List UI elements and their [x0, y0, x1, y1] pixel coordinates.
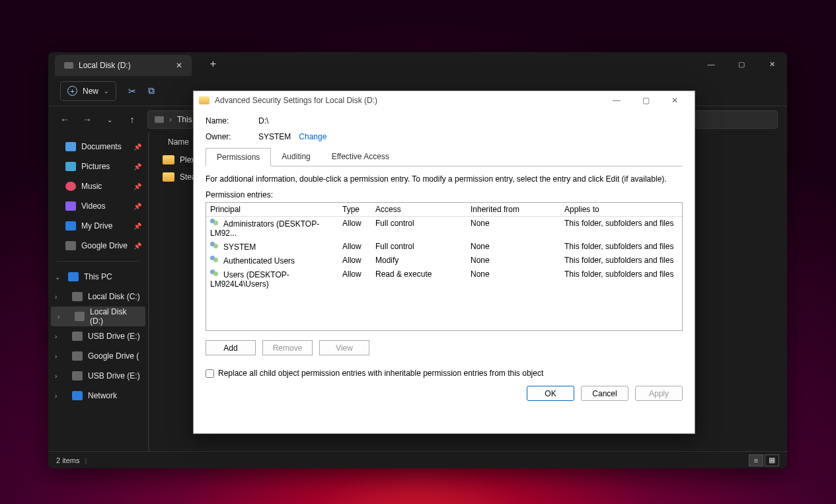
chevron-right-icon: ›: [55, 392, 57, 400]
sidebar-drive-c[interactable]: ›Local Disk (C:): [48, 287, 148, 306]
drive-icon: [75, 312, 85, 321]
col-applies[interactable]: Applies to: [560, 203, 682, 216]
advanced-security-dialog: Advanced Security Settings for Local Dis…: [193, 90, 695, 434]
col-inherited[interactable]: Inherited from: [467, 203, 560, 216]
minimize-icon[interactable]: —: [696, 52, 726, 76]
up-icon[interactable]: ↑: [125, 114, 139, 125]
pictures-icon: [65, 162, 76, 171]
tabs: Permissions Auditing Effective Access: [206, 148, 683, 166]
drive-icon: [155, 116, 164, 123]
close-icon[interactable]: ✕: [757, 52, 787, 76]
forward-icon[interactable]: →: [80, 114, 95, 125]
cut-icon[interactable]: ✂: [128, 86, 136, 96]
owner-value: SYSTEM: [258, 132, 291, 141]
google-drive-icon: [72, 351, 83, 361]
tab-effective-access[interactable]: Effective Access: [321, 148, 400, 166]
permission-row[interactable]: Users (DESKTOP-LM924L4\Users)AllowRead &…: [206, 268, 682, 291]
tab-title: Local Disk (D:): [79, 61, 131, 70]
pin-icon: 📌: [133, 143, 141, 151]
chevron-down-icon: ⌄: [55, 273, 60, 281]
sidebar-item-my-drive[interactable]: My Drive📌: [48, 216, 148, 236]
col-principal[interactable]: Principal: [206, 203, 338, 216]
sidebar-drive-e[interactable]: ›USB Drive (E:): [48, 326, 148, 346]
col-access[interactable]: Access: [371, 203, 467, 216]
tab-permissions[interactable]: Permissions: [206, 148, 271, 166]
folder-icon: [163, 172, 174, 182]
back-icon[interactable]: ←: [57, 114, 72, 125]
maximize-icon[interactable]: ▢: [631, 91, 660, 110]
history-chevron-icon[interactable]: ⌄: [102, 116, 117, 124]
pin-icon: 📌: [133, 183, 141, 190]
sidebar-drive-e2[interactable]: ›USB Drive (E:): [48, 366, 148, 386]
group-icon: [210, 256, 221, 264]
permission-row[interactable]: SYSTEMAllowFull controlNoneThis folder, …: [206, 240, 682, 254]
group-icon: [210, 242, 221, 250]
pin-icon: 📌: [133, 223, 141, 230]
plus-icon: +: [67, 86, 77, 96]
view-button[interactable]: View: [319, 340, 369, 355]
permission-grid: Principal Type Access Inherited from App…: [206, 202, 683, 331]
large-icons-view-icon[interactable]: ▦: [765, 454, 779, 466]
dialog-title: Advanced Security Settings for Local Dis…: [215, 96, 377, 105]
name-value: D:\: [258, 116, 268, 126]
sidebar-network[interactable]: ›Network: [48, 386, 148, 406]
add-button[interactable]: Add: [206, 340, 256, 355]
sidebar-item-google-drive[interactable]: Google Drive📌: [48, 236, 148, 256]
sidebar-item-pictures[interactable]: Pictures📌: [48, 157, 148, 176]
change-owner-link[interactable]: Change: [299, 132, 326, 141]
usb-icon: [72, 332, 83, 341]
chevron-right-icon: ›: [55, 373, 57, 380]
chevron-right-icon: ›: [57, 313, 59, 320]
chevron-right-icon: ›: [55, 293, 57, 301]
drive-icon: [72, 292, 83, 301]
new-label: New: [83, 87, 98, 96]
sidebar-item-music[interactable]: Music📌: [48, 176, 148, 196]
maximize-icon[interactable]: ▢: [726, 52, 757, 76]
item-count: 2 items: [56, 456, 79, 464]
replace-checkbox[interactable]: [206, 369, 214, 378]
music-icon: [65, 182, 76, 191]
group-icon: [210, 219, 221, 227]
replace-label: Replace all child object permission entr…: [218, 369, 543, 378]
col-type[interactable]: Type: [338, 203, 371, 216]
sidebar-google-drive[interactable]: ›Google Drive (: [48, 346, 148, 366]
videos-icon: [65, 201, 76, 211]
chevron-right-icon: ›: [55, 353, 57, 360]
copy-icon[interactable]: ⧉: [148, 85, 155, 96]
status-bar: 2 items | ≡ ▦: [48, 451, 787, 468]
sidebar-drive-d[interactable]: ›Local Disk (D:): [51, 306, 145, 326]
info-text: For additional information, double-click…: [206, 174, 683, 184]
new-tab-button[interactable]: +: [210, 58, 216, 70]
documents-icon: [65, 142, 76, 151]
new-button[interactable]: + New ⌄: [60, 81, 116, 101]
remove-button[interactable]: Remove: [262, 340, 313, 355]
sidebar-item-documents[interactable]: Documents📌: [48, 137, 148, 157]
close-icon[interactable]: ✕: [660, 91, 689, 110]
folder-icon: [163, 155, 174, 164]
this-pc-icon: [68, 272, 79, 281]
ok-button[interactable]: OK: [527, 386, 574, 401]
network-icon: [72, 391, 83, 400]
drive-icon: [64, 62, 73, 69]
details-view-icon[interactable]: ≡: [749, 454, 763, 466]
explorer-tab[interactable]: Local Disk (D:) ✕: [55, 55, 192, 76]
pin-icon: 📌: [133, 242, 141, 250]
cancel-button[interactable]: Cancel: [581, 386, 628, 401]
pin-icon: 📌: [133, 203, 141, 210]
permission-row[interactable]: Administrators (DESKTOP-LM92...AllowFull…: [206, 217, 682, 240]
sidebar: Documents📌 Pictures📌 Music📌 Videos📌 My D…: [48, 133, 149, 451]
pin-icon: 📌: [133, 163, 141, 170]
close-tab-icon[interactable]: ✕: [176, 61, 182, 70]
minimize-icon[interactable]: —: [602, 91, 631, 110]
folder-icon: [199, 96, 209, 104]
tab-auditing[interactable]: Auditing: [271, 148, 321, 166]
apply-button[interactable]: Apply: [635, 386, 683, 401]
usb-icon: [72, 371, 83, 380]
permission-row[interactable]: Authenticated UsersAllowModifyNoneThis f…: [206, 254, 682, 268]
group-icon: [210, 270, 221, 277]
owner-label: Owner:: [206, 132, 258, 141]
sidebar-item-videos[interactable]: Videos📌: [48, 196, 148, 216]
sidebar-this-pc[interactable]: ⌄This PC: [48, 267, 148, 287]
chevron-right-icon: ›: [55, 333, 57, 340]
my-drive-icon: [65, 221, 76, 231]
